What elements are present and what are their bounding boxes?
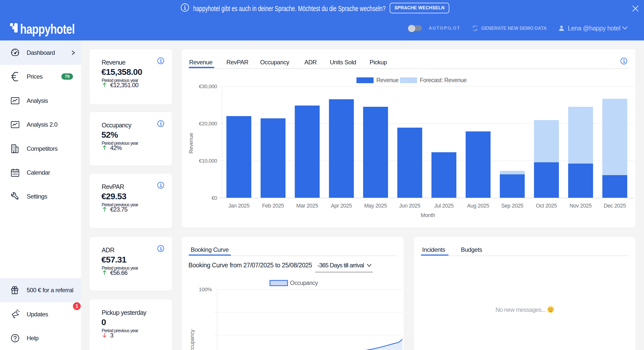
svg-text:€30,000: €30,000 — [199, 83, 217, 89]
svg-text:Occupancy: Occupancy — [189, 329, 195, 350]
svg-text:Jan 2025: Jan 2025 — [228, 203, 250, 209]
svg-text:Revenue: Revenue — [376, 77, 399, 83]
svg-text:€20,000: €20,000 — [199, 121, 217, 126]
svg-text:Sep 2025: Sep 2025 — [501, 203, 524, 209]
svg-text:Mar 2025: Mar 2025 — [296, 203, 318, 209]
svg-text:Apr 2025: Apr 2025 — [331, 203, 352, 209]
svg-text:Month: Month — [421, 212, 435, 218]
svg-text:Oct 2025: Oct 2025 — [536, 203, 557, 209]
svg-text:€10,000: €10,000 — [199, 158, 217, 164]
svg-text:Feb 2025: Feb 2025 — [262, 203, 284, 209]
svg-text:Nov 2025: Nov 2025 — [570, 203, 592, 209]
svg-text:May 2025: May 2025 — [364, 203, 387, 209]
svg-text:Jul 2025: Jul 2025 — [434, 203, 454, 209]
svg-text:Aug 2025: Aug 2025 — [467, 203, 489, 209]
svg-text:Dec 2025: Dec 2025 — [604, 203, 626, 209]
svg-text:€0: €0 — [212, 195, 217, 201]
svg-text:Forecast: Revenue: Forecast: Revenue — [420, 77, 467, 83]
svg-text:Revenue: Revenue — [188, 133, 194, 154]
svg-text:Occupancy: Occupancy — [290, 280, 318, 286]
svg-text:100%: 100% — [199, 286, 212, 292]
svg-text:Jun 2025: Jun 2025 — [399, 203, 421, 209]
